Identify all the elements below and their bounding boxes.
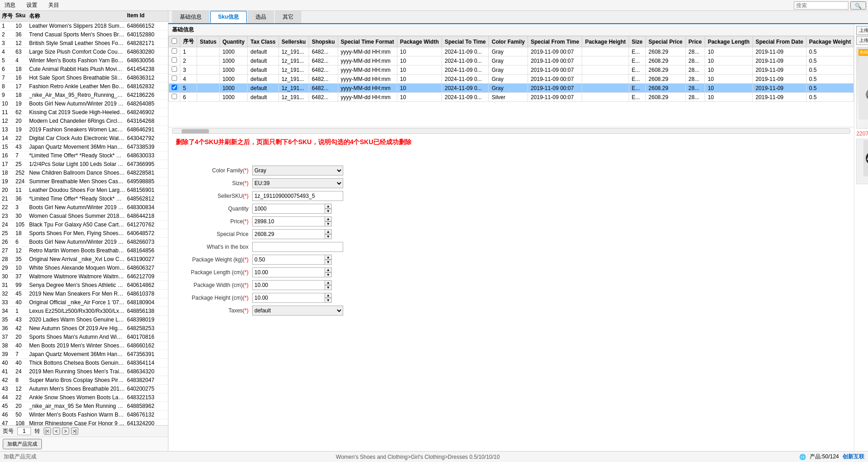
spinbox-input[interactable] xyxy=(252,293,325,303)
tab-other[interactable]: 其它 xyxy=(275,11,301,23)
row-checkbox[interactable] xyxy=(172,75,177,81)
product-row[interactable]: 29 10 White Shoes Alexande Moquen Women … xyxy=(0,264,168,272)
product-row[interactable]: 19 224 Summer Breathable Men Shoes Casua… xyxy=(0,177,168,186)
spin-up[interactable]: ▲ xyxy=(325,255,332,260)
product-row[interactable]: 8 17 Fashion Retro Ankle Leather Men Boo… xyxy=(0,82,168,91)
product-row[interactable]: 15 43 Japan Quartz Movement 36Mm Hannah … xyxy=(0,143,168,151)
sku-table-row[interactable]: 61000default1z_191...6482...yyyy-MM-dd H… xyxy=(169,93,854,102)
product-row[interactable]: 25 18 Sports Shoes For Men, Flying Shoes… xyxy=(0,229,168,238)
page-input[interactable] xyxy=(17,427,31,435)
tab-basic-info[interactable]: 基础信息 xyxy=(172,11,209,23)
form-select[interactable]: GraySilverWhiteBlack xyxy=(252,166,343,176)
page-next[interactable]: > xyxy=(62,427,69,435)
product-row[interactable]: 12 20 Modern Led Chandelier 6Rings Circl… xyxy=(0,117,168,126)
product-row[interactable]: 17 25 1/2/4Pcs Solar Light 100 Leds Sola… xyxy=(0,160,168,169)
product-row[interactable]: 16 7 *Limited Time Offer* *Ready Stock* … xyxy=(0,151,168,160)
product-row[interactable]: 10 19 Boots Girl New Autumn/Winter 2019 … xyxy=(0,100,168,108)
sku-table-row[interactable]: 21000default1z_191...6482...yyyy-MM-dd H… xyxy=(169,56,854,65)
spin-up[interactable]: ▲ xyxy=(325,216,332,221)
product-row[interactable]: 5 4 Winter Men's Boots Fashion Yarn Boot… xyxy=(0,56,168,65)
load-products-btn[interactable]: 加载产品完成 xyxy=(3,439,42,449)
product-row[interactable]: 41 24 2019 Men Running Shoes Men's Train… xyxy=(0,367,168,376)
form-input[interactable] xyxy=(252,242,343,252)
scroll-area[interactable] xyxy=(168,127,854,135)
upload-net-img-btn[interactable]: 上传网络图 xyxy=(856,36,868,45)
search-input[interactable] xyxy=(794,1,848,10)
spinbox-input[interactable] xyxy=(252,216,325,226)
row-checkbox[interactable] xyxy=(172,66,177,72)
product-row[interactable]: 42 8 Super Mario Bros Cosplay Shoes Pira… xyxy=(0,376,168,385)
form-select[interactable]: defaultnone xyxy=(252,306,343,316)
page-first[interactable]: |< xyxy=(44,427,51,435)
sku-table-row[interactable]: 11000default1z_191...6482...yyyy-MM-dd H… xyxy=(169,47,854,56)
row-checkbox[interactable] xyxy=(172,94,177,99)
spinbox-input[interactable] xyxy=(252,280,325,290)
product-row[interactable]: 40 40 Thick Bottons Chelsea Boots Genuin… xyxy=(0,359,168,367)
spin-down[interactable]: ▼ xyxy=(325,272,332,277)
product-row[interactable]: 24 105 Black Tpu For Galaxy A50 Case Car… xyxy=(0,221,168,229)
product-row[interactable]: 26 6 Boots Girl New Autumn/Winter 2019 M… xyxy=(0,238,168,246)
product-row[interactable]: 37 20 Sports Shoes Man's Autumn And Wint… xyxy=(0,333,168,341)
spin-up[interactable]: ▲ xyxy=(325,229,332,234)
page-prev[interactable]: < xyxy=(53,427,60,435)
product-row[interactable]: 30 37 Waitmore Waitmore Waitmore Waitmor… xyxy=(0,272,168,281)
product-row[interactable]: 32 45 2019 New Man Sneakers For Men Rubb… xyxy=(0,290,168,298)
product-row[interactable]: 36 42 New Autumn Shoes Of 2019 Are High-… xyxy=(0,324,168,333)
product-row[interactable]: 43 12 Autumn Men's Shoes Breathable 2019… xyxy=(0,385,168,393)
product-row[interactable]: 11 62 Kissing Cat 2019 Suede High-Heeled… xyxy=(0,108,168,117)
sku-table-row[interactable]: 31000default1z_191...6482...yyyy-MM-dd H… xyxy=(169,65,854,75)
spinbox-input[interactable] xyxy=(252,255,325,265)
menu-messages[interactable]: 消息 xyxy=(2,0,18,10)
product-row[interactable]: 34 1 Lexus Ez250/Lz500/Rx300/Rx300/Lx/Lz… xyxy=(0,307,168,316)
spinbox-input[interactable] xyxy=(252,204,325,214)
product-row[interactable]: 3 12 British Style Small Leather Shoes F… xyxy=(0,39,168,48)
product-row[interactable]: 20 11 Leather Doudou Shoes For Men Large… xyxy=(0,186,168,195)
product-row[interactable]: 6 18 Cute Animal Rabbit Hats Plush Movin… xyxy=(0,65,168,74)
spin-up[interactable]: ▲ xyxy=(325,204,332,209)
product-row[interactable]: 46 50 Winter Men's Boots Fashion Warm Bo… xyxy=(0,411,168,419)
spin-down[interactable]: ▼ xyxy=(325,285,332,290)
menu-view[interactable]: 关目 xyxy=(46,0,62,10)
menu-settings[interactable]: 设置 xyxy=(24,0,40,10)
product-row[interactable]: 39 7 Japan Quartz Movement 36Mm Hannah M… xyxy=(0,350,168,359)
product-row[interactable]: 45 20 _nike_air_max_95 Se Men Running Sh… xyxy=(0,402,168,411)
product-row[interactable]: 44 22 Ankle Snow Shoes Women Boots Lace … xyxy=(0,393,168,402)
scrollbar-track[interactable] xyxy=(172,128,850,134)
product-row[interactable]: 18 252 New Children Ballroom Dance Shoes… xyxy=(0,169,168,177)
upload-local-img-btn[interactable]: 上传本地图 xyxy=(856,26,868,35)
product-row[interactable]: 35 43 2020 Ladies Warm Shoes Genuine Lea… xyxy=(0,316,168,324)
spin-down[interactable]: ▼ xyxy=(325,209,332,214)
spin-down[interactable]: ▼ xyxy=(325,221,332,226)
product-row[interactable]: 2 36 Trend Casual Sports Men's Shoes Bre… xyxy=(0,30,168,39)
row-checkbox[interactable] xyxy=(172,57,177,63)
search-button[interactable]: 🔍 xyxy=(850,1,866,10)
product-row[interactable]: 13 19 2019 Fashion Sneakers Women Lace-U… xyxy=(0,126,168,134)
spin-down[interactable]: ▼ xyxy=(325,298,332,303)
spinbox-input[interactable] xyxy=(252,267,325,277)
form-input[interactable] xyxy=(252,191,343,201)
product-row[interactable]: 33 40 Original Official _nike_Air Force … xyxy=(0,298,168,307)
scrollbar-thumb[interactable] xyxy=(182,129,209,134)
product-row[interactable]: 28 35 Original New Arrival _nike_Xvi Low… xyxy=(0,255,168,264)
product-row[interactable]: 38 40 Men Boots 2019 Men's Winter Shoes … xyxy=(0,341,168,350)
row-checkbox[interactable] xyxy=(172,85,177,90)
form-select[interactable]: EU:39EU:40EU:41EU:42 xyxy=(252,178,343,188)
product-row[interactable]: 9 18 _nike_Air_Max_95_Retro_Running_Shoe… xyxy=(0,91,168,100)
product-row[interactable]: 14 22 Digital Car Clock Auto Electronic … xyxy=(0,134,168,143)
product-row[interactable]: 1 10 Leather Women's Slippers 2018 Summe… xyxy=(0,22,168,30)
spin-down[interactable]: ▼ xyxy=(325,234,332,239)
product-row[interactable]: 27 12 Retro Martin Women Boots Breathabl… xyxy=(0,246,168,255)
page-last[interactable]: >| xyxy=(71,427,78,435)
select-all-checkbox[interactable] xyxy=(172,38,177,44)
spinbox-input[interactable] xyxy=(252,229,325,239)
sku-table-row[interactable]: 51000default1z_191...6482...yyyy-MM-dd H… xyxy=(169,84,854,93)
product-row[interactable]: 22 3 Boots Girl New Autumn/Winter 2019 M… xyxy=(0,203,168,212)
tab-select[interactable]: 选品 xyxy=(248,11,274,23)
spin-up[interactable]: ▲ xyxy=(325,267,332,272)
spin-up[interactable]: ▲ xyxy=(325,280,332,285)
row-checkbox[interactable] xyxy=(172,48,177,54)
spin-up[interactable]: ▲ xyxy=(325,293,332,298)
product-row[interactable]: 7 16 Hot Sale Sport Shoes Breathable Sli… xyxy=(0,74,168,82)
product-row[interactable]: 4 63 Large Size Plush Comfort Code Coupl… xyxy=(0,48,168,56)
spin-down[interactable]: ▼ xyxy=(325,260,332,265)
